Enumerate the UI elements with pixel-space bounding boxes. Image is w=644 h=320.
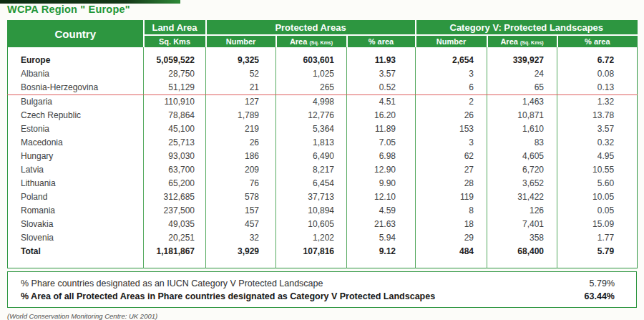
cell-country: Macedonia [8,136,144,150]
cell-land-area: 78,864 [144,109,206,122]
cell-pa-pct-area: 4.51 [347,95,416,110]
cell-pa-pct-area: 5.94 [347,231,416,245]
cell-pa-number: 52 [206,67,276,81]
cell-cv-number: 484 [416,245,487,268]
cell-pa-area: 6,454 [276,177,347,190]
cell-country: Romania [8,204,144,218]
cell-pa-number: 76 [206,177,276,190]
table-row: Lithuania 65,200 76 6,454 9.90 28 3,652 … [8,177,638,190]
subheader-pa-pct: % area [347,35,416,47]
cell-pa-area: 5,364 [276,122,347,136]
cell-pa-number: 127 [206,95,276,110]
cell-country: Latvia [8,163,144,177]
table-row: Bosnia-Herzegovina 51,129 21 265 0.52 6 … [8,81,638,95]
cell-land-area: 20,251 [144,231,206,245]
table-row: Hungary 93,030 186 6,490 6.98 62 4,605 4… [8,150,638,163]
table-row: Bulgaria 110,910 127 4,998 4.51 2 1,463 … [8,95,638,110]
cell-cv-area: 358 [487,231,557,245]
cell-country: Bulgaria [8,95,144,110]
cell-pa-pct-area: 12.90 [347,163,416,177]
cell-pa-number: 209 [206,163,276,177]
cell-pa-number: 3,929 [206,245,276,268]
cell-pa-number: 26 [206,136,276,150]
cell-country: Lithuania [8,177,144,190]
subheader-cv-area-label: Area [500,37,517,46]
cell-cv-area: 83 [487,136,557,150]
cell-cv-area: 31,422 [487,190,557,204]
cell-pa-area: 12,776 [276,109,347,122]
cell-pa-pct-area: 11.89 [347,122,416,136]
cell-pa-pct-area: 21.63 [347,218,416,231]
cell-cv-pct-area: 5.79 [557,245,638,268]
cell-pa-pct-area: 11.93 [347,47,416,67]
cell-pa-area: 10,605 [276,218,347,231]
table-row: Macedonia 25,713 26 1,813 7.05 3 83 0.32 [8,136,638,150]
cell-land-area: 110,910 [144,95,206,110]
cell-country: Slovakia [8,218,144,231]
cell-land-area: 237,500 [144,204,206,218]
cell-pa-area: 37,713 [276,190,347,204]
cell-country: Albania [8,67,144,81]
document-page: WCPA Region " Europe" Country Land Area … [0,0,644,320]
cell-pa-area: 1,813 [276,136,347,150]
cell-cv-number: 119 [416,190,487,204]
cell-pa-pct-area: 0.52 [347,81,416,95]
cell-cv-area: 1,463 [487,95,557,110]
cell-land-area: 63,700 [144,163,206,177]
cell-cv-pct-area: 1.77 [557,231,638,245]
cell-pa-number: 1,789 [206,109,276,122]
cell-cv-pct-area: 1.32 [557,95,638,110]
table-body: Europe 5,059,522 9,325 603,601 11.93 2,6… [8,47,638,268]
subheader-pa-number: Number [206,35,276,47]
cell-cv-area: 126 [487,204,557,218]
cell-country: Slovenia [8,231,144,245]
page-title: WCPA Region " Europe" [7,4,130,15]
cell-land-area: 93,030 [144,150,206,163]
cell-pa-area: 6,490 [276,150,347,163]
table-row: Europe 5,059,522 9,325 603,601 11.93 2,6… [8,47,638,67]
cell-pa-area: 10,894 [276,204,347,218]
cell-land-area: 312,685 [144,190,206,204]
cell-pa-pct-area: 3.57 [347,67,416,81]
cell-land-area: 5,059,522 [144,47,206,67]
cell-cv-pct-area: 0.32 [557,136,638,150]
subheader-cv-number: Number [416,35,487,47]
cell-pa-pct-area: 7.05 [347,136,416,150]
cell-country: Hungary [8,150,144,163]
cell-cv-area: 6,720 [487,163,557,177]
cell-country: Poland [8,190,144,204]
cell-cv-area: 10,871 [487,109,557,122]
cell-cv-pct-area: 0.05 [557,204,638,218]
cell-cv-pct-area: 0.08 [557,67,638,81]
subheader-pa-area-label: Area [290,37,307,46]
summary-value: 63.44% [514,290,636,303]
cell-country: Europe [8,47,144,67]
col-header-category-v: Category V: Protected Landscapes [416,21,638,36]
cell-cv-area: 68,400 [487,245,557,268]
table-row: Total 1,181,867 3,929 107,816 9.12 484 6… [8,245,638,268]
col-header-protected-areas: Protected Areas [206,21,416,36]
summary-row-protected-areas: % Area of all Protected Areas in Phare c… [8,290,636,303]
cell-pa-area: 1,202 [276,231,347,245]
summary-label: % Phare countries designated as an IUCN … [8,277,514,290]
cell-cv-number: 18 [416,218,487,231]
cell-land-area: 25,713 [144,136,206,150]
cell-cv-number: 27 [416,163,487,177]
cell-pa-number: 219 [206,122,276,136]
cell-pa-number: 9,325 [206,47,276,67]
cell-pa-pct-area: 9.12 [347,245,416,268]
table-row: Albania 28,750 52 1,025 3.57 3 24 0.08 [8,67,638,81]
table-section: Country Land Area Protected Areas Catego… [7,20,637,320]
cell-cv-area: 339,927 [487,47,557,67]
cell-land-area: 49,035 [144,218,206,231]
cell-cv-number: 2 [416,95,487,110]
cell-cv-pct-area: 13.78 [557,109,638,122]
cell-pa-area: 1,025 [276,67,347,81]
cell-cv-area: 7,401 [487,218,557,231]
cell-pa-area: 603,601 [276,47,347,67]
summary-label: % Area of all Protected Areas in Phare c… [8,290,514,303]
cell-pa-pct-area: 9.90 [347,177,416,190]
cell-cv-number: 28 [416,177,487,190]
cell-land-area: 65,200 [144,177,206,190]
cell-cv-number: 29 [416,231,487,245]
